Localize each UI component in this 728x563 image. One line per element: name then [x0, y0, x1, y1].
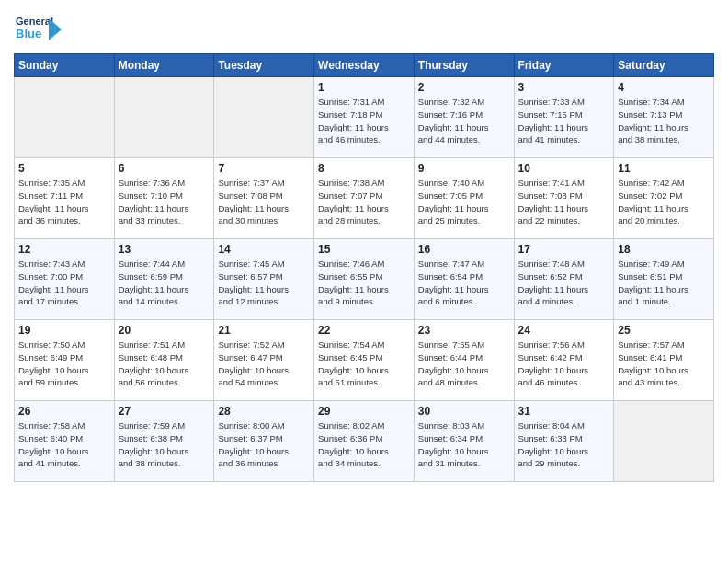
calendar-cell: 1Sunrise: 7:31 AM Sunset: 7:18 PM Daylig… [314, 77, 415, 158]
day-number: 22 [318, 324, 410, 337]
weekday-header-friday: Friday [514, 54, 614, 77]
day-number: 16 [418, 243, 510, 256]
svg-text:Blue: Blue [16, 27, 41, 40]
calendar-week-row: 19Sunrise: 7:50 AM Sunset: 6:49 PM Dayli… [15, 320, 714, 401]
day-info: Sunrise: 7:59 AM Sunset: 6:38 PM Dayligh… [119, 419, 210, 470]
calendar-cell [614, 401, 714, 482]
calendar-cell [15, 77, 115, 158]
day-number: 1 [318, 81, 410, 94]
calendar-cell: 8Sunrise: 7:38 AM Sunset: 7:07 PM Daylig… [314, 158, 415, 239]
day-number: 9 [418, 162, 510, 175]
svg-text:General: General [16, 16, 53, 27]
calendar-cell: 10Sunrise: 7:41 AM Sunset: 7:03 PM Dayli… [514, 158, 614, 239]
day-info: Sunrise: 7:31 AM Sunset: 7:18 PM Dayligh… [318, 96, 410, 146]
day-number: 23 [418, 324, 510, 337]
day-number: 11 [618, 162, 710, 175]
day-info: Sunrise: 8:04 AM Sunset: 6:33 PM Dayligh… [518, 419, 610, 470]
calendar-cell: 3Sunrise: 7:33 AM Sunset: 7:15 PM Daylig… [514, 77, 614, 158]
calendar-cell: 30Sunrise: 8:03 AM Sunset: 6:34 PM Dayli… [414, 401, 514, 482]
day-number: 21 [218, 324, 310, 337]
day-number: 28 [218, 405, 310, 418]
day-info: Sunrise: 7:41 AM Sunset: 7:03 PM Dayligh… [518, 177, 610, 227]
day-info: Sunrise: 8:00 AM Sunset: 6:37 PM Dayligh… [218, 419, 310, 470]
weekday-header-monday: Monday [114, 54, 214, 77]
calendar-week-row: 5Sunrise: 7:35 AM Sunset: 7:11 PM Daylig… [15, 158, 714, 239]
day-number: 5 [18, 162, 110, 175]
day-info: Sunrise: 7:35 AM Sunset: 7:11 PM Dayligh… [18, 177, 110, 227]
day-number: 30 [418, 405, 510, 418]
calendar-cell: 15Sunrise: 7:46 AM Sunset: 6:55 PM Dayli… [314, 239, 415, 320]
calendar-cell: 28Sunrise: 8:00 AM Sunset: 6:37 PM Dayli… [214, 401, 314, 482]
day-number: 24 [518, 324, 610, 337]
header: General Blue [14, 9, 714, 46]
day-number: 18 [618, 243, 710, 256]
calendar-cell: 23Sunrise: 7:55 AM Sunset: 6:44 PM Dayli… [414, 320, 514, 401]
day-number: 10 [518, 162, 610, 175]
logo: General Blue [14, 9, 62, 46]
day-number: 13 [119, 243, 210, 256]
calendar-cell: 27Sunrise: 7:59 AM Sunset: 6:38 PM Dayli… [114, 401, 214, 482]
calendar-cell: 4Sunrise: 7:34 AM Sunset: 7:13 PM Daylig… [614, 77, 714, 158]
day-info: Sunrise: 7:54 AM Sunset: 6:45 PM Dayligh… [318, 339, 410, 389]
calendar-cell: 6Sunrise: 7:36 AM Sunset: 7:10 PM Daylig… [114, 158, 214, 239]
calendar-cell: 22Sunrise: 7:54 AM Sunset: 6:45 PM Dayli… [314, 320, 415, 401]
calendar-cell: 12Sunrise: 7:43 AM Sunset: 7:00 PM Dayli… [15, 239, 115, 320]
weekday-header-sunday: Sunday [15, 54, 115, 77]
calendar-cell: 9Sunrise: 7:40 AM Sunset: 7:05 PM Daylig… [414, 158, 514, 239]
day-number: 7 [218, 162, 310, 175]
day-info: Sunrise: 7:57 AM Sunset: 6:41 PM Dayligh… [618, 339, 710, 389]
weekday-header-saturday: Saturday [614, 54, 714, 77]
calendar-week-row: 26Sunrise: 7:58 AM Sunset: 6:40 PM Dayli… [15, 401, 714, 482]
day-info: Sunrise: 7:42 AM Sunset: 7:02 PM Dayligh… [618, 177, 710, 227]
calendar-cell: 14Sunrise: 7:45 AM Sunset: 6:57 PM Dayli… [214, 239, 314, 320]
day-info: Sunrise: 7:43 AM Sunset: 7:00 PM Dayligh… [18, 258, 110, 308]
day-info: Sunrise: 7:51 AM Sunset: 6:48 PM Dayligh… [119, 339, 210, 389]
calendar-cell: 2Sunrise: 7:32 AM Sunset: 7:16 PM Daylig… [414, 77, 514, 158]
day-info: Sunrise: 7:33 AM Sunset: 7:15 PM Dayligh… [518, 96, 610, 146]
day-info: Sunrise: 7:52 AM Sunset: 6:47 PM Dayligh… [218, 339, 310, 389]
day-number: 6 [119, 162, 210, 175]
day-info: Sunrise: 7:45 AM Sunset: 6:57 PM Dayligh… [218, 258, 310, 308]
calendar-cell: 7Sunrise: 7:37 AM Sunset: 7:08 PM Daylig… [214, 158, 314, 239]
day-number: 3 [518, 81, 610, 94]
calendar-cell: 18Sunrise: 7:49 AM Sunset: 6:51 PM Dayli… [614, 239, 714, 320]
day-info: Sunrise: 7:47 AM Sunset: 6:54 PM Dayligh… [418, 258, 510, 308]
day-info: Sunrise: 7:37 AM Sunset: 7:08 PM Dayligh… [218, 177, 310, 227]
svg-marker-3 [49, 18, 62, 40]
calendar-cell: 26Sunrise: 7:58 AM Sunset: 6:40 PM Dayli… [15, 401, 115, 482]
weekday-header-wednesday: Wednesday [314, 54, 415, 77]
calendar-cell: 11Sunrise: 7:42 AM Sunset: 7:02 PM Dayli… [614, 158, 714, 239]
calendar-cell: 20Sunrise: 7:51 AM Sunset: 6:48 PM Dayli… [114, 320, 214, 401]
day-info: Sunrise: 7:50 AM Sunset: 6:49 PM Dayligh… [18, 339, 110, 389]
calendar-cell [114, 77, 214, 158]
day-number: 2 [418, 81, 510, 94]
day-number: 15 [318, 243, 410, 256]
day-info: Sunrise: 7:55 AM Sunset: 6:44 PM Dayligh… [418, 339, 510, 389]
calendar-cell: 24Sunrise: 7:56 AM Sunset: 6:42 PM Dayli… [514, 320, 614, 401]
weekday-header-tuesday: Tuesday [214, 54, 314, 77]
day-info: Sunrise: 7:32 AM Sunset: 7:16 PM Dayligh… [418, 96, 510, 146]
day-number: 27 [119, 405, 210, 418]
day-number: 19 [18, 324, 110, 337]
day-info: Sunrise: 7:38 AM Sunset: 7:07 PM Dayligh… [318, 177, 410, 227]
day-number: 31 [518, 405, 610, 418]
calendar-cell: 17Sunrise: 7:48 AM Sunset: 6:52 PM Dayli… [514, 239, 614, 320]
day-number: 12 [18, 243, 110, 256]
day-info: Sunrise: 7:48 AM Sunset: 6:52 PM Dayligh… [518, 258, 610, 308]
calendar-cell: 16Sunrise: 7:47 AM Sunset: 6:54 PM Dayli… [414, 239, 514, 320]
calendar: SundayMondayTuesdayWednesdayThursdayFrid… [14, 53, 714, 482]
calendar-cell: 21Sunrise: 7:52 AM Sunset: 6:47 PM Dayli… [214, 320, 314, 401]
page: General Blue SundayMondayTuesdayWednesda… [0, 0, 728, 563]
calendar-week-row: 1Sunrise: 7:31 AM Sunset: 7:18 PM Daylig… [15, 77, 714, 158]
day-number: 25 [618, 324, 710, 337]
day-number: 8 [318, 162, 410, 175]
day-number: 29 [318, 405, 410, 418]
day-info: Sunrise: 7:36 AM Sunset: 7:10 PM Dayligh… [119, 177, 210, 227]
day-info: Sunrise: 7:44 AM Sunset: 6:59 PM Dayligh… [119, 258, 210, 308]
calendar-cell: 25Sunrise: 7:57 AM Sunset: 6:41 PM Dayli… [614, 320, 714, 401]
calendar-cell: 5Sunrise: 7:35 AM Sunset: 7:11 PM Daylig… [15, 158, 115, 239]
calendar-cell: 19Sunrise: 7:50 AM Sunset: 6:49 PM Dayli… [15, 320, 115, 401]
weekday-header-thursday: Thursday [414, 54, 514, 77]
day-number: 26 [18, 405, 110, 418]
calendar-cell: 13Sunrise: 7:44 AM Sunset: 6:59 PM Dayli… [114, 239, 214, 320]
